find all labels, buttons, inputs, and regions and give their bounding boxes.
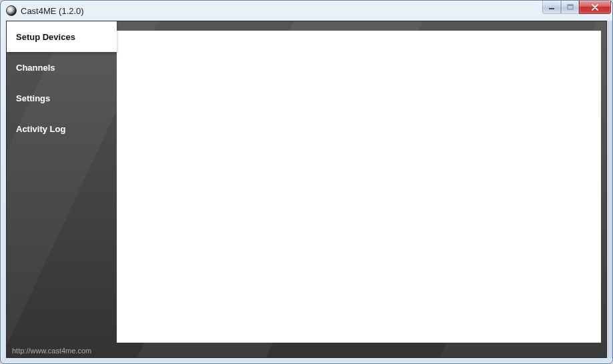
svg-rect-2 bbox=[568, 5, 573, 6]
content-panel bbox=[117, 31, 601, 343]
tab-label: Channels bbox=[16, 63, 55, 73]
sidebar: Setup Devices Channels Settings Activity… bbox=[7, 21, 117, 357]
maximize-button[interactable] bbox=[561, 1, 579, 14]
tab-label: Settings bbox=[16, 93, 50, 103]
tab-channels[interactable]: Channels bbox=[7, 52, 117, 83]
window-controls bbox=[542, 1, 611, 14]
svg-rect-0 bbox=[549, 8, 554, 9]
app-window: Cast4ME (1.2.0) Setup Devices Channels S… bbox=[0, 0, 613, 364]
tab-settings[interactable]: Settings bbox=[7, 83, 117, 113]
window-scrollbar[interactable] bbox=[608, 21, 612, 358]
close-button[interactable] bbox=[579, 1, 611, 14]
tab-setup-devices[interactable]: Setup Devices bbox=[7, 21, 117, 52]
client-area: Setup Devices Channels Settings Activity… bbox=[6, 21, 607, 358]
titlebar[interactable]: Cast4ME (1.2.0) bbox=[1, 1, 612, 21]
minimize-button[interactable] bbox=[542, 1, 561, 14]
tab-label: Setup Devices bbox=[16, 32, 75, 42]
app-icon bbox=[6, 5, 17, 16]
tab-label: Activity Log bbox=[16, 124, 65, 134]
window-title: Cast4ME (1.2.0) bbox=[21, 6, 610, 16]
tab-activity-log[interactable]: Activity Log bbox=[7, 113, 117, 144]
footer-link[interactable]: http://www.cast4me.com bbox=[12, 347, 91, 355]
